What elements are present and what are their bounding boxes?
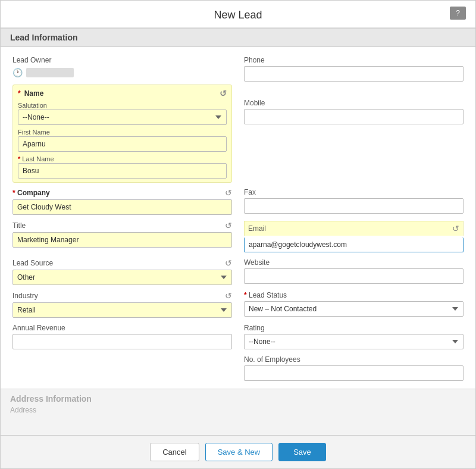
label-last-name-required: * Last Name xyxy=(18,155,54,162)
field-last-name: * Last Name xyxy=(18,154,227,179)
label-lead-status: * Lead Status xyxy=(244,291,464,299)
col-lead-status: * Lead Status New – Not Contacted Workin… xyxy=(244,288,464,321)
input-first-name[interactable] xyxy=(18,136,227,152)
field-mobile: Mobile xyxy=(244,85,464,127)
col-lead-owner: Lead Owner 🕐 xyxy=(12,53,232,85)
col-company: * Company ↺ xyxy=(12,185,232,218)
field-lead-owner: Lead Owner 🕐 xyxy=(12,53,232,82)
section-title-lead-info: Lead Information xyxy=(10,33,78,42)
select-industry[interactable]: --None-- Agriculture Retail Technology xyxy=(12,302,232,318)
modal-footer: Cancel Save & New Save xyxy=(1,435,475,468)
email-undo-icon[interactable]: ↺ xyxy=(452,224,459,233)
company-label-row: * Company ↺ xyxy=(12,188,232,198)
row-revenue-rating: Annual Revenue Rating --None-- Hot Warm … xyxy=(12,321,464,352)
field-employees: No. of Employees xyxy=(244,352,464,384)
field-salutation: Salutation --None-- Mr. Ms. Mrs. Dr. xyxy=(18,101,227,125)
save-button[interactable]: Save xyxy=(278,443,326,461)
label-annual-revenue: Annual Revenue xyxy=(12,324,232,332)
row-title-email: Title ↺ Email ↺ xyxy=(12,218,464,255)
field-phone: Phone xyxy=(244,53,464,85)
name-undo-icon[interactable]: ↺ xyxy=(220,89,227,98)
input-mobile[interactable] xyxy=(244,109,464,124)
field-email: Email ↺ xyxy=(244,218,464,255)
row-company-fax: * Company ↺ Fax xyxy=(12,185,464,218)
label-industry: Industry xyxy=(12,292,38,300)
label-phone: Phone xyxy=(244,56,464,64)
input-email[interactable] xyxy=(244,237,464,252)
modal-header: New Lead ? xyxy=(1,1,475,28)
cancel-button[interactable]: Cancel xyxy=(150,443,199,461)
row-leadsource-website: Lead Source ↺ --None-- Other Web Phone xyxy=(12,255,464,288)
modal-container: New Lead ? Lead Information Lead Owner 🕐 xyxy=(0,0,476,469)
input-fax[interactable] xyxy=(244,198,464,214)
row-name-mobile: * Name ↺ Salutation --None-- Mr. Ms. Mrs xyxy=(12,85,464,185)
field-title: Title ↺ xyxy=(12,218,232,251)
col-rating: Rating --None-- Hot Warm Cold xyxy=(244,321,464,352)
field-company: * Company ↺ xyxy=(12,185,232,218)
name-label: Name xyxy=(24,89,44,98)
col-name-group: * Name ↺ Salutation --None-- Mr. Ms. Mrs xyxy=(12,85,232,185)
industry-label-row: Industry ↺ xyxy=(12,291,232,301)
field-website: Website xyxy=(244,255,464,287)
col-empty xyxy=(12,352,232,384)
input-annual-revenue[interactable] xyxy=(12,334,232,349)
input-phone[interactable] xyxy=(244,66,464,82)
help-button[interactable]: ? xyxy=(450,7,466,20)
input-title[interactable] xyxy=(12,232,232,248)
save-new-button[interactable]: Save & New xyxy=(205,443,273,461)
label-employees: No. of Employees xyxy=(244,355,464,364)
col-title: Title ↺ xyxy=(12,218,232,255)
col-email: Email ↺ xyxy=(244,218,464,255)
select-lead-status[interactable]: New – Not Contacted Working – Contacted … xyxy=(244,301,464,317)
label-salutation: Salutation xyxy=(18,102,47,109)
label-first-name: First Name xyxy=(18,129,50,136)
modal-title: New Lead xyxy=(214,9,262,21)
clock-icon: 🕐 xyxy=(12,68,23,77)
select-salutation[interactable]: --None-- Mr. Ms. Mrs. Dr. xyxy=(18,110,227,125)
label-title: Title xyxy=(12,221,26,230)
name-group-label: * Name ↺ xyxy=(18,89,227,98)
col-annual-revenue: Annual Revenue xyxy=(12,321,232,352)
field-first-name: First Name xyxy=(18,127,227,152)
row-industry-leadstatus: Industry ↺ --None-- Agriculture Retail T… xyxy=(12,288,464,321)
field-fax: Fax xyxy=(244,185,464,217)
modal-body: Lead Information Lead Owner 🕐 xyxy=(1,28,475,435)
form-content: Lead Owner 🕐 Phone xyxy=(1,47,475,389)
field-rating: Rating --None-- Hot Warm Cold xyxy=(244,321,464,352)
row-employees: No. of Employees xyxy=(12,352,464,384)
label-rating: Rating xyxy=(244,324,464,332)
field-lead-status: * Lead Status New – Not Contacted Workin… xyxy=(244,288,464,320)
field-industry: Industry ↺ --None-- Agriculture Retail T… xyxy=(12,288,232,321)
company-undo-icon[interactable]: ↺ xyxy=(225,188,232,198)
industry-undo-icon[interactable]: ↺ xyxy=(225,291,232,301)
label-company-required: * Company xyxy=(12,189,50,197)
address-section-preview: Address Information Address xyxy=(1,389,475,419)
input-company[interactable] xyxy=(12,199,232,215)
col-industry: Industry ↺ --None-- Agriculture Retail T… xyxy=(12,288,232,321)
label-mobile: Mobile xyxy=(244,99,464,107)
email-label-row: Email ↺ xyxy=(244,221,464,236)
input-last-name[interactable] xyxy=(18,163,227,179)
lead-source-undo-icon[interactable]: ↺ xyxy=(225,258,232,268)
name-required-star: * xyxy=(18,89,21,98)
label-website: Website xyxy=(244,258,464,267)
section-header-lead-info: Lead Information xyxy=(1,28,475,47)
lead-owner-area: 🕐 xyxy=(12,66,232,79)
select-lead-source[interactable]: --None-- Other Web Phone xyxy=(12,270,232,285)
field-lead-source: Lead Source ↺ --None-- Other Web Phone xyxy=(12,255,232,288)
input-website[interactable] xyxy=(244,268,464,284)
field-annual-revenue: Annual Revenue xyxy=(12,321,232,352)
owner-name-placeholder xyxy=(26,68,74,77)
input-employees[interactable] xyxy=(244,365,464,381)
col-fax: Fax xyxy=(244,185,464,218)
title-label-row: Title ↺ xyxy=(12,221,232,230)
label-lead-owner: Lead Owner xyxy=(12,56,232,64)
title-undo-icon[interactable]: ↺ xyxy=(225,221,232,230)
lead-source-label-row: Lead Source ↺ xyxy=(12,258,232,268)
select-rating[interactable]: --None-- Hot Warm Cold xyxy=(244,334,464,349)
col-lead-source: Lead Source ↺ --None-- Other Web Phone xyxy=(12,255,232,288)
col-mobile: Mobile xyxy=(244,85,464,185)
label-email: Email xyxy=(248,224,266,233)
address-section-title: Address Information xyxy=(10,394,92,404)
row-owner-phone: Lead Owner 🕐 Phone xyxy=(12,53,464,85)
